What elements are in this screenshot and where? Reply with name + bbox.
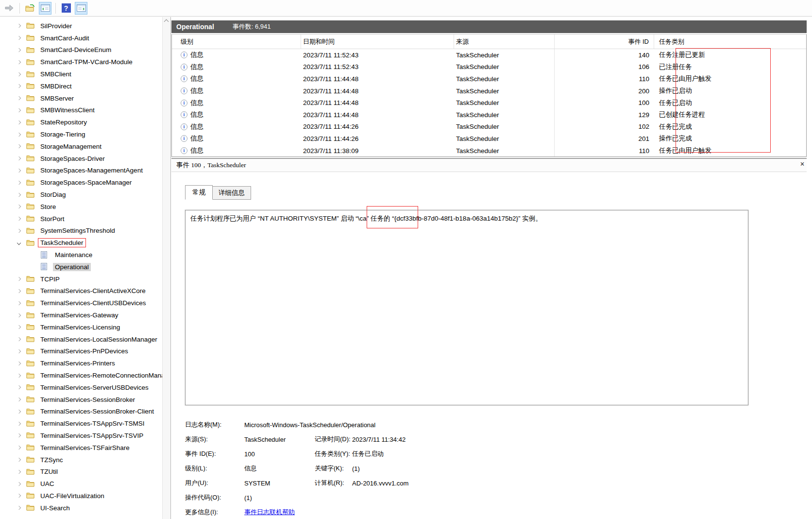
tree-item-storagespaces-managementagent[interactable]: StorageSpaces-ManagementAgent bbox=[0, 165, 170, 177]
tree-item-uac[interactable]: UAC bbox=[0, 478, 170, 490]
chevron-collapsed-icon[interactable] bbox=[17, 313, 21, 317]
tree-item-terminalservices-gateway[interactable]: TerminalServices-Gateway bbox=[0, 309, 170, 321]
chevron-collapsed-icon[interactable] bbox=[17, 470, 21, 474]
show-console-tree-icon[interactable] bbox=[39, 2, 51, 15]
open-saved-log-icon[interactable] bbox=[24, 2, 36, 15]
tree-item-tzsync[interactable]: TZSync bbox=[0, 454, 170, 466]
tree-item-terminalservices-clientactivexcore[interactable]: TerminalServices-ClientActiveXCore bbox=[0, 285, 170, 297]
help-icon[interactable]: ? bbox=[60, 2, 72, 15]
column-header-task-category[interactable]: 任务类别 bbox=[654, 35, 806, 49]
tree-item-smartcard-audit[interactable]: SmartCard-Audit bbox=[0, 32, 170, 44]
scroll-up-icon[interactable] bbox=[164, 19, 169, 24]
tree-item-smbdirect[interactable]: SMBDirect bbox=[0, 80, 170, 92]
chevron-collapsed-icon[interactable] bbox=[17, 205, 21, 208]
chevron-collapsed-icon[interactable] bbox=[17, 121, 21, 124]
tree-item-smbclient[interactable]: SMBClient bbox=[0, 68, 170, 80]
chevron-collapsed-icon[interactable] bbox=[17, 433, 21, 437]
chevron-collapsed-icon[interactable] bbox=[17, 229, 21, 233]
chevron-collapsed-icon[interactable] bbox=[17, 156, 21, 160]
tree-item-taskscheduler[interactable]: TaskScheduler bbox=[0, 237, 170, 249]
column-header-event-id[interactable]: 事件 ID bbox=[555, 35, 654, 49]
tree-item-terminalservices-tsfairshare[interactable]: TerminalServices-TSFairShare bbox=[0, 442, 170, 454]
chevron-collapsed-icon[interactable] bbox=[17, 181, 21, 185]
chevron-collapsed-icon[interactable] bbox=[17, 349, 21, 353]
tree-item-terminalservices-serverusbdevices[interactable]: TerminalServices-ServerUSBDevices bbox=[0, 381, 170, 394]
event-row[interactable]: i信息2023/7/11 11:44:48TaskScheduler129已创建… bbox=[172, 109, 806, 121]
tree-item-terminalservices-remoteconnectionmanager[interactable]: TerminalServices-RemoteConnectionManager bbox=[0, 369, 170, 381]
chevron-collapsed-icon[interactable] bbox=[17, 169, 21, 173]
chevron-collapsed-icon[interactable] bbox=[17, 506, 21, 510]
tree-item-ui-search[interactable]: UI-Search bbox=[0, 502, 170, 514]
tree-item-terminalservices-localsessionmanager[interactable]: TerminalServices-LocalSessionManager bbox=[0, 333, 170, 346]
tree-item-operational[interactable]: Operational bbox=[0, 261, 170, 273]
tree-item-storagespaces-driver[interactable]: StorageSpaces-Driver bbox=[0, 153, 170, 165]
event-row[interactable]: i信息2023/7/11 11:44:48TaskScheduler200操作已… bbox=[172, 85, 806, 97]
chevron-collapsed-icon[interactable] bbox=[17, 217, 21, 221]
tree-item-storage-tiering[interactable]: Storage-Tiering bbox=[0, 128, 170, 140]
tree-item-terminalservices-sessionbroker[interactable]: TerminalServices-SessionBroker bbox=[0, 394, 170, 406]
column-header-datetime[interactable]: 日期和时间 bbox=[301, 35, 454, 49]
chevron-collapsed-icon[interactable] bbox=[17, 192, 21, 196]
event-row[interactable]: i信息2023/7/11 11:44:26TaskScheduler102任务已… bbox=[172, 121, 806, 133]
chevron-collapsed-icon[interactable] bbox=[17, 60, 21, 64]
chevron-collapsed-icon[interactable] bbox=[17, 373, 21, 377]
tree-item-terminalservices-pnpdevices[interactable]: TerminalServices-PnPDevices bbox=[0, 346, 170, 358]
chevron-collapsed-icon[interactable] bbox=[17, 24, 21, 28]
tree-item-storagemanagement[interactable]: StorageManagement bbox=[0, 140, 170, 153]
tree-item-tzutil[interactable]: TZUtil bbox=[0, 466, 170, 478]
chevron-collapsed-icon[interactable] bbox=[17, 108, 21, 112]
chevron-collapsed-icon[interactable] bbox=[17, 446, 21, 450]
chevron-collapsed-icon[interactable] bbox=[17, 421, 21, 425]
tab-general[interactable]: 常规 bbox=[185, 185, 213, 200]
event-description-box[interactable]: 任务计划程序已为用户 “NT AUTHORITY\SYSTEM” 启动 “\ca… bbox=[185, 210, 748, 405]
chevron-collapsed-icon[interactable] bbox=[17, 289, 21, 293]
tree-item-terminalservices-tsappsrv-tsmsi[interactable]: TerminalServices-TSAppSrv-TSMSI bbox=[0, 417, 170, 430]
event-row[interactable]: i信息2023/7/11 11:52:43TaskScheduler140任务注… bbox=[172, 49, 806, 61]
forward-arrow-icon[interactable] bbox=[3, 2, 16, 15]
chevron-collapsed-icon[interactable] bbox=[17, 410, 21, 414]
show-action-pane-icon[interactable] bbox=[75, 2, 87, 15]
chevron-collapsed-icon[interactable] bbox=[17, 385, 21, 389]
chevron-collapsed-icon[interactable] bbox=[17, 398, 21, 401]
chevron-collapsed-icon[interactable] bbox=[17, 277, 21, 281]
chevron-collapsed-icon[interactable] bbox=[17, 325, 21, 329]
chevron-collapsed-icon[interactable] bbox=[17, 132, 21, 136]
tree-item-maintenance[interactable]: Maintenance bbox=[0, 249, 170, 261]
chevron-collapsed-icon[interactable] bbox=[17, 301, 21, 305]
tree-item-staterepository[interactable]: StateRepository bbox=[0, 116, 170, 128]
tree-item-terminalservices-licensing[interactable]: TerminalServices-Licensing bbox=[0, 321, 170, 333]
chevron-collapsed-icon[interactable] bbox=[17, 337, 21, 341]
column-header-source[interactable]: 来源 bbox=[454, 35, 555, 49]
event-row[interactable]: i信息2023/7/11 11:44:48TaskScheduler100任务已… bbox=[172, 97, 806, 109]
tree-item-systemsettingsthreshold[interactable]: SystemSettingsThreshold bbox=[0, 225, 170, 237]
chevron-expanded-icon[interactable] bbox=[17, 241, 21, 244]
tree-item-storagespaces-spacemanager[interactable]: StorageSpaces-SpaceManager bbox=[0, 176, 170, 189]
event-row[interactable]: i信息2023/7/11 11:38:09TaskScheduler110任务已… bbox=[172, 145, 806, 157]
tree-item-terminalservices-sessionbroker-client[interactable]: TerminalServices-SessionBroker-Client bbox=[0, 406, 170, 418]
chevron-collapsed-icon[interactable] bbox=[17, 144, 21, 148]
tree-item-stordiag[interactable]: StorDiag bbox=[0, 189, 170, 201]
tree-scrollbar[interactable] bbox=[162, 17, 170, 519]
chevron-collapsed-icon[interactable] bbox=[17, 482, 21, 485]
event-log-online-help-link[interactable]: 事件日志联机帮助 bbox=[244, 508, 787, 517]
chevron-collapsed-icon[interactable] bbox=[17, 96, 21, 100]
column-header-level[interactable]: 级别 bbox=[172, 35, 301, 49]
tree-item-storport[interactable]: StorPort bbox=[0, 213, 170, 225]
tree-item-uac-filevirtualization[interactable]: UAC-FileVirtualization bbox=[0, 490, 170, 502]
event-row[interactable]: i信息2023/7/11 11:44:48TaskScheduler110任务已… bbox=[172, 73, 806, 85]
tree-item-terminalservices-printers[interactable]: TerminalServices-Printers bbox=[0, 357, 170, 369]
tree-item-store[interactable]: Store bbox=[0, 201, 170, 213]
tree-item-smartcard-tpm-vcard-module[interactable]: SmartCard-TPM-VCard-Module bbox=[0, 56, 170, 68]
event-row[interactable]: i信息2023/7/11 11:52:43TaskScheduler106已注册… bbox=[172, 61, 806, 73]
tree-item-silprovider[interactable]: SilProvider bbox=[0, 20, 170, 32]
close-icon[interactable]: × bbox=[798, 160, 807, 171]
tree-item-terminalservices-clientusbdevices[interactable]: TerminalServices-ClientUSBDevices bbox=[0, 297, 170, 309]
tree-item-terminalservices-tsappsrv-tsvip[interactable]: TerminalServices-TSAppSrv-TSVIP bbox=[0, 430, 170, 442]
chevron-collapsed-icon[interactable] bbox=[17, 458, 21, 462]
tree-item-tcpip[interactable]: TCPIP bbox=[0, 273, 170, 285]
chevron-collapsed-icon[interactable] bbox=[17, 36, 21, 40]
chevron-collapsed-icon[interactable] bbox=[17, 494, 21, 498]
tree-item-smartcard-deviceenum[interactable]: SmartCard-DeviceEnum bbox=[0, 44, 170, 56]
tree-item-smbwitnessclient[interactable]: SMBWitnessClient bbox=[0, 104, 170, 117]
event-row[interactable]: i信息2023/7/11 11:44:26TaskScheduler201操作已… bbox=[172, 133, 806, 145]
